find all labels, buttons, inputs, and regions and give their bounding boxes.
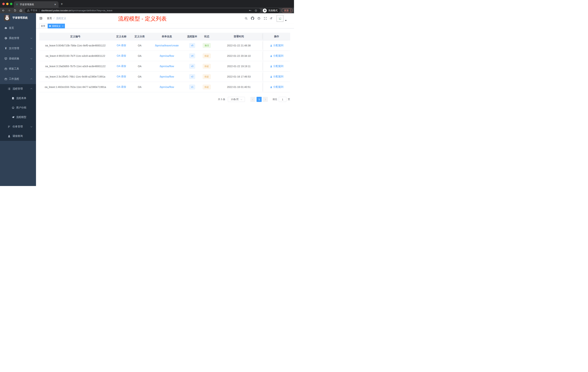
table-row: oa_leave:1:482ec033-762a-11ec-8477-a2380…: [39, 82, 290, 92]
sidebar-item-process-model[interactable]: 流程模型: [0, 112, 36, 122]
form-link[interactable]: /bpm/oa/flow: [160, 86, 174, 88]
fullscreen-icon[interactable]: [264, 17, 267, 20]
sidebar-item-label: 基础设施: [9, 57, 19, 60]
definition-name-link[interactable]: OA 请假: [117, 85, 126, 88]
url-bar[interactable]: 不安全 dashboard.yudao.iocoder.cn/bpm/manag…: [25, 8, 261, 13]
form-link[interactable]: /bpm/oa/leave/create: [155, 44, 179, 47]
form-link[interactable]: /bpm/oa/flow: [160, 55, 174, 57]
user-icon: [270, 76, 272, 78]
assign-rule-link[interactable]: 分配规则: [270, 65, 284, 68]
chevron-down-icon: [31, 37, 32, 39]
search-icon[interactable]: [244, 17, 248, 20]
version-badge: v5: [189, 43, 195, 48]
browser-tab[interactable]: 芋道管理系统 ✕: [14, 1, 59, 8]
assign-rule-link[interactable]: 分配规则: [270, 54, 284, 57]
page-size-select[interactable]: 10条/页: [228, 97, 245, 102]
sidebar: 芋道管理系统 首页 系统管理 ¥ 支付管理 基础设施: [0, 13, 36, 186]
gear-icon: [4, 37, 7, 40]
bookmark-star-icon[interactable]: [253, 8, 258, 13]
sidebar-item-devtools[interactable]: 研发工具: [0, 64, 36, 74]
task-flow-icon: [8, 125, 10, 128]
assign-rule-link[interactable]: 分配规则: [270, 44, 284, 47]
chevron-up-icon: [31, 78, 32, 80]
tag-close-icon[interactable]: ×: [62, 25, 63, 27]
sidebar-item-payment[interactable]: ¥ 支付管理: [0, 43, 36, 54]
tab-close-icon[interactable]: ✕: [54, 3, 57, 6]
user-menu[interactable]: [277, 15, 287, 22]
next-page-button[interactable]: [263, 97, 268, 102]
active-dot: [49, 25, 51, 27]
reload-icon[interactable]: [12, 8, 17, 13]
sidebar-item-label: 首页: [9, 26, 14, 30]
list-icon: [8, 87, 10, 90]
key-icon[interactable]: [247, 8, 252, 13]
briefcase-icon: [4, 67, 7, 70]
tag-process-definition[interactable]: 流程定义 ×: [48, 24, 65, 28]
incognito-label: 无痕模式: [268, 9, 278, 12]
definition-name-link[interactable]: OA 请假: [117, 44, 126, 47]
paper-plane-icon: [12, 116, 15, 119]
definition-name-link[interactable]: OA 请假: [117, 75, 126, 78]
sidebar-item-workflow[interactable]: 工作流程: [0, 74, 36, 84]
sidebar-item-infrastructure[interactable]: 基础设施: [0, 54, 36, 64]
status-badge: 挂起: [203, 64, 211, 69]
deploy-time: 2022-01-22 20:34:10: [215, 55, 263, 57]
form-link[interactable]: /bpm/oa/flow: [160, 65, 174, 68]
sidebar-item-user-group[interactable]: 用户分组: [0, 103, 36, 112]
github-icon[interactable]: [251, 17, 254, 20]
forward-icon[interactable]: [7, 8, 12, 13]
monitor-icon: [4, 57, 7, 60]
incognito-icon: [263, 9, 267, 12]
assign-rule-link[interactable]: 分配规则: [270, 75, 284, 78]
sidebar-item-label: 系统管理: [9, 37, 19, 40]
sidebar-item-home[interactable]: 首页: [0, 23, 36, 33]
page-number-button[interactable]: 1: [257, 97, 262, 102]
window-minimize-button[interactable]: [6, 3, 9, 5]
form-link[interactable]: /bpm/oa/flow: [160, 75, 174, 78]
table-row: oa_leave:5:004b710b-7b8a-11ec-8ef0-acde4…: [39, 40, 290, 51]
font-size-icon[interactable]: tT: [270, 17, 272, 20]
definition-name-link[interactable]: OA 请假: [117, 54, 126, 57]
window-zoom-button[interactable]: [10, 3, 12, 5]
incognito-badge: 无痕模式: [262, 8, 280, 13]
sidebar-item-process-form[interactable]: 流程表单: [0, 94, 36, 103]
sidebar-logo[interactable]: 芋道管理系统: [0, 13, 36, 22]
home-icon[interactable]: [18, 8, 23, 13]
user-icon: [270, 86, 272, 88]
definition-category: OA: [131, 65, 148, 68]
chevron-down-icon: [31, 68, 32, 69]
status-badge: 挂起: [203, 85, 211, 89]
prev-page-button[interactable]: [250, 97, 255, 102]
update-button[interactable]: 更新: [282, 8, 293, 13]
status-badge: 挂起: [203, 74, 211, 79]
definition-category: OA: [131, 55, 148, 57]
window-close-button[interactable]: [2, 3, 5, 5]
not-secure-label: 不安全: [31, 9, 37, 12]
url-divider: [39, 9, 40, 12]
goto-page-input[interactable]: [279, 97, 286, 102]
sidebar-item-system[interactable]: 系统管理: [0, 33, 36, 43]
goto-unit-label: 页: [288, 98, 290, 101]
sidebar-item-process-management[interactable]: 流程管理: [0, 84, 36, 94]
tag-home[interactable]: 首页: [39, 24, 47, 28]
breadcrumb: 首页/流程定义: [47, 17, 66, 20]
sidebar-item-label: 请假查询: [12, 134, 23, 138]
new-tab-button[interactable]: +: [61, 2, 63, 6]
sidebar-item-label: 研发工具: [9, 67, 19, 70]
definition-name-link[interactable]: OA 请假: [117, 65, 126, 67]
annotation-title: 流程模型 - 定义列表: [118, 15, 167, 22]
assign-rule-link[interactable]: 分配规则: [270, 85, 284, 89]
deploy-time: 2022-01-16 01:40:51: [215, 86, 263, 88]
avatar[interactable]: [277, 15, 284, 22]
breadcrumb-home-link[interactable]: 首页: [47, 17, 52, 20]
sidebar-collapse-icon[interactable]: [39, 17, 42, 21]
version-badge: v2: [189, 74, 195, 79]
definition-id: oa_leave:2:3c1f0ef1-76b1-11ec-9c66-a2380…: [39, 75, 111, 78]
help-icon[interactable]: [257, 17, 261, 20]
sidebar-item-leave-query[interactable]: 请假查询: [0, 131, 36, 141]
sidebar-item-label: 工作流程: [9, 77, 19, 81]
browser-menu-kebab-icon[interactable]: [290, 9, 291, 12]
sidebar-item-task-management[interactable]: 任务管理: [0, 122, 36, 131]
url-path: /bpm/manager/definition?key=oa_leave: [71, 9, 112, 12]
back-icon[interactable]: [1, 8, 6, 13]
